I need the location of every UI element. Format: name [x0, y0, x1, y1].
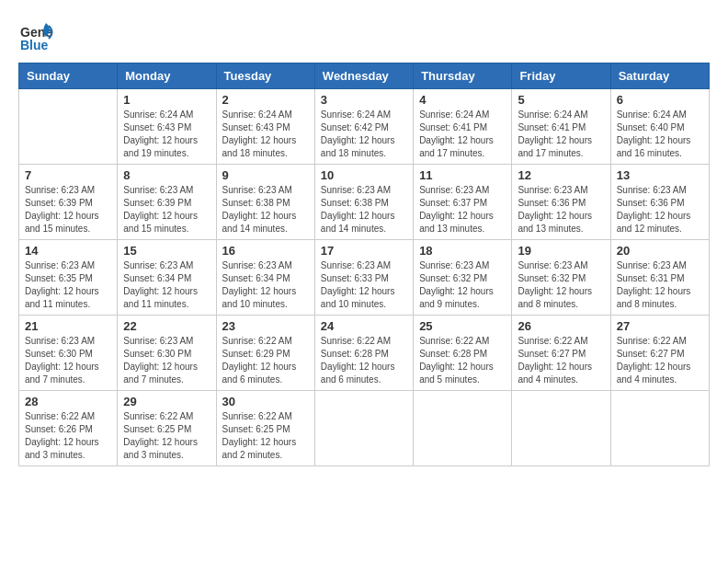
day-info: Sunrise: 6:22 AM Sunset: 6:29 PM Dayligh… — [222, 335, 309, 386]
day-info: Sunrise: 6:22 AM Sunset: 6:28 PM Dayligh… — [321, 335, 407, 386]
day-info: Sunrise: 6:22 AM Sunset: 6:27 PM Dayligh… — [518, 335, 604, 386]
day-number: 4 — [419, 93, 506, 107]
day-number: 11 — [419, 168, 506, 182]
calendar-cell: 26Sunrise: 6:22 AM Sunset: 6:27 PM Dayli… — [512, 316, 610, 391]
day-number: 14 — [25, 244, 111, 258]
day-number: 19 — [518, 244, 604, 258]
day-info: Sunrise: 6:23 AM Sunset: 6:31 PM Dayligh… — [617, 259, 703, 311]
day-info: Sunrise: 6:23 AM Sunset: 6:38 PM Dayligh… — [222, 184, 309, 236]
calendar-cell: 25Sunrise: 6:22 AM Sunset: 6:28 PM Dayli… — [414, 316, 512, 391]
weekday-header: Tuesday — [216, 63, 314, 89]
day-info: Sunrise: 6:23 AM Sunset: 6:37 PM Dayligh… — [419, 184, 506, 236]
day-number: 23 — [222, 319, 309, 333]
calendar-cell: 28Sunrise: 6:22 AM Sunset: 6:26 PM Dayli… — [19, 391, 118, 466]
day-info: Sunrise: 6:23 AM Sunset: 6:32 PM Dayligh… — [419, 259, 506, 311]
calendar-cell: 21Sunrise: 6:23 AM Sunset: 6:30 PM Dayli… — [19, 316, 118, 391]
logo: General Blue — [18, 18, 53, 53]
calendar-cell: 4Sunrise: 6:24 AM Sunset: 6:41 PM Daylig… — [414, 89, 512, 165]
calendar-cell — [610, 391, 709, 466]
calendar-cell: 1Sunrise: 6:24 AM Sunset: 6:43 PM Daylig… — [118, 89, 216, 165]
calendar-cell: 24Sunrise: 6:22 AM Sunset: 6:28 PM Dayli… — [314, 316, 413, 391]
weekday-header: Monday — [118, 63, 216, 89]
calendar-cell: 13Sunrise: 6:23 AM Sunset: 6:36 PM Dayli… — [610, 165, 709, 240]
calendar-cell — [19, 89, 118, 165]
day-info: Sunrise: 6:23 AM Sunset: 6:34 PM Dayligh… — [222, 259, 309, 311]
page-header: General Blue — [18, 18, 710, 53]
calendar-cell: 20Sunrise: 6:23 AM Sunset: 6:31 PM Dayli… — [610, 240, 709, 316]
calendar-cell: 11Sunrise: 6:23 AM Sunset: 6:37 PM Dayli… — [414, 165, 512, 240]
calendar-cell: 16Sunrise: 6:23 AM Sunset: 6:34 PM Dayli… — [216, 240, 314, 316]
day-info: Sunrise: 6:22 AM Sunset: 6:26 PM Dayligh… — [25, 410, 111, 462]
day-number: 26 — [518, 319, 604, 333]
day-info: Sunrise: 6:22 AM Sunset: 6:25 PM Dayligh… — [222, 410, 309, 462]
day-number: 30 — [222, 395, 309, 408]
logo-icon: General Blue — [18, 18, 53, 53]
calendar-cell: 14Sunrise: 6:23 AM Sunset: 6:35 PM Dayli… — [19, 240, 118, 316]
day-info: Sunrise: 6:23 AM Sunset: 6:30 PM Dayligh… — [25, 335, 111, 386]
calendar-cell: 18Sunrise: 6:23 AM Sunset: 6:32 PM Dayli… — [414, 240, 512, 316]
calendar-week-row: 21Sunrise: 6:23 AM Sunset: 6:30 PM Dayli… — [19, 316, 710, 391]
day-number: 9 — [222, 168, 309, 182]
calendar-cell — [414, 391, 512, 466]
day-number: 29 — [123, 395, 210, 408]
day-number: 13 — [617, 168, 703, 182]
weekday-header: Thursday — [414, 63, 512, 89]
calendar-table: SundayMondayTuesdayWednesdayThursdayFrid… — [18, 63, 710, 466]
weekday-header: Saturday — [610, 63, 709, 89]
calendar-cell: 30Sunrise: 6:22 AM Sunset: 6:25 PM Dayli… — [216, 391, 314, 466]
day-number: 5 — [518, 93, 604, 107]
day-info: Sunrise: 6:24 AM Sunset: 6:41 PM Dayligh… — [518, 109, 604, 160]
weekday-header: Wednesday — [314, 63, 413, 89]
calendar-cell: 9Sunrise: 6:23 AM Sunset: 6:38 PM Daylig… — [216, 165, 314, 240]
calendar-cell — [314, 391, 413, 466]
day-info: Sunrise: 6:23 AM Sunset: 6:36 PM Dayligh… — [518, 184, 604, 236]
day-number: 17 — [321, 244, 407, 258]
calendar-cell: 23Sunrise: 6:22 AM Sunset: 6:29 PM Dayli… — [216, 316, 314, 391]
day-number: 12 — [518, 168, 604, 182]
calendar-cell: 15Sunrise: 6:23 AM Sunset: 6:34 PM Dayli… — [118, 240, 216, 316]
calendar-cell: 5Sunrise: 6:24 AM Sunset: 6:41 PM Daylig… — [512, 89, 610, 165]
day-number: 1 — [123, 93, 210, 107]
weekday-header: Friday — [512, 63, 610, 89]
day-info: Sunrise: 6:23 AM Sunset: 6:32 PM Dayligh… — [518, 259, 604, 311]
day-info: Sunrise: 6:24 AM Sunset: 6:41 PM Dayligh… — [419, 109, 506, 160]
day-number: 2 — [222, 93, 309, 107]
day-info: Sunrise: 6:24 AM Sunset: 6:43 PM Dayligh… — [123, 109, 210, 160]
day-number: 8 — [123, 168, 210, 182]
calendar-cell: 17Sunrise: 6:23 AM Sunset: 6:33 PM Dayli… — [314, 240, 413, 316]
calendar-cell: 29Sunrise: 6:22 AM Sunset: 6:25 PM Dayli… — [118, 391, 216, 466]
day-info: Sunrise: 6:22 AM Sunset: 6:27 PM Dayligh… — [617, 335, 703, 386]
calendar-header-row: SundayMondayTuesdayWednesdayThursdayFrid… — [19, 63, 710, 89]
day-number: 3 — [321, 93, 407, 107]
day-number: 18 — [419, 244, 506, 258]
calendar-cell: 8Sunrise: 6:23 AM Sunset: 6:39 PM Daylig… — [118, 165, 216, 240]
calendar-cell: 12Sunrise: 6:23 AM Sunset: 6:36 PM Dayli… — [512, 165, 610, 240]
calendar-cell: 27Sunrise: 6:22 AM Sunset: 6:27 PM Dayli… — [610, 316, 709, 391]
day-info: Sunrise: 6:22 AM Sunset: 6:25 PM Dayligh… — [123, 410, 210, 462]
day-info: Sunrise: 6:23 AM Sunset: 6:38 PM Dayligh… — [321, 184, 407, 236]
day-info: Sunrise: 6:23 AM Sunset: 6:36 PM Dayligh… — [617, 184, 703, 236]
day-number: 27 — [617, 319, 703, 333]
weekday-header: Sunday — [19, 63, 118, 89]
day-number: 21 — [25, 319, 111, 333]
day-info: Sunrise: 6:23 AM Sunset: 6:33 PM Dayligh… — [321, 259, 407, 311]
calendar-week-row: 7Sunrise: 6:23 AM Sunset: 6:39 PM Daylig… — [19, 165, 710, 240]
day-info: Sunrise: 6:23 AM Sunset: 6:34 PM Dayligh… — [123, 259, 210, 311]
calendar-cell: 22Sunrise: 6:23 AM Sunset: 6:30 PM Dayli… — [118, 316, 216, 391]
day-info: Sunrise: 6:24 AM Sunset: 6:42 PM Dayligh… — [321, 109, 407, 160]
day-info: Sunrise: 6:23 AM Sunset: 6:30 PM Dayligh… — [123, 335, 210, 386]
calendar-cell: 19Sunrise: 6:23 AM Sunset: 6:32 PM Dayli… — [512, 240, 610, 316]
day-info: Sunrise: 6:24 AM Sunset: 6:43 PM Dayligh… — [222, 109, 309, 160]
day-number: 10 — [321, 168, 407, 182]
calendar-cell — [512, 391, 610, 466]
day-info: Sunrise: 6:23 AM Sunset: 6:39 PM Dayligh… — [123, 184, 210, 236]
calendar-cell: 2Sunrise: 6:24 AM Sunset: 6:43 PM Daylig… — [216, 89, 314, 165]
day-number: 16 — [222, 244, 309, 258]
day-info: Sunrise: 6:23 AM Sunset: 6:35 PM Dayligh… — [25, 259, 111, 311]
calendar-week-row: 28Sunrise: 6:22 AM Sunset: 6:26 PM Dayli… — [19, 391, 710, 466]
calendar-cell: 3Sunrise: 6:24 AM Sunset: 6:42 PM Daylig… — [314, 89, 413, 165]
calendar-cell: 6Sunrise: 6:24 AM Sunset: 6:40 PM Daylig… — [610, 89, 709, 165]
day-info: Sunrise: 6:24 AM Sunset: 6:40 PM Dayligh… — [617, 109, 703, 160]
day-number: 7 — [25, 168, 111, 182]
day-number: 22 — [123, 319, 210, 333]
